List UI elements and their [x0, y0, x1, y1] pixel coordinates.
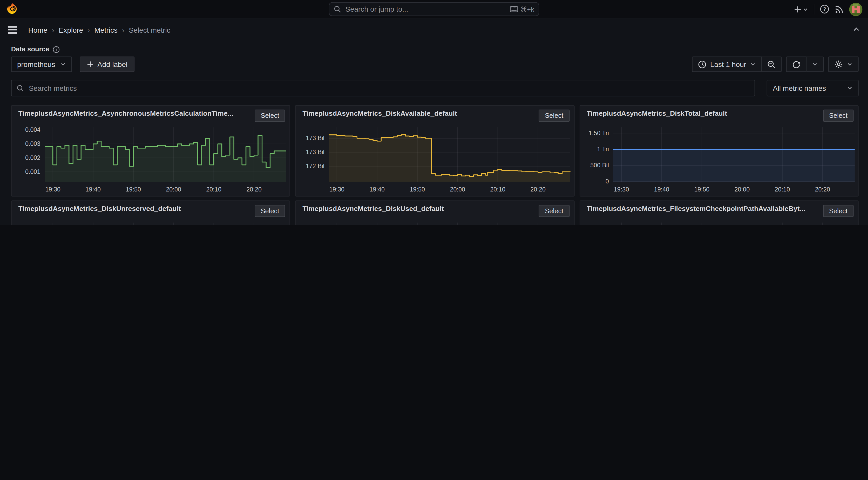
- panel-select-button-0[interactable]: Select: [255, 109, 285, 122]
- breadcrumb-row: Home › Explore › Metrics › Select metric: [0, 19, 868, 41]
- x-tick-label: 20:20: [815, 186, 830, 193]
- time-range-label: Last 1 hour: [710, 60, 746, 68]
- metric-names-filter-value: All metric names: [773, 84, 826, 92]
- search-icon: [17, 84, 24, 92]
- new-menu-button[interactable]: [794, 5, 808, 13]
- x-tick-label: 20:20: [246, 186, 261, 193]
- chevron-down-icon: [750, 62, 755, 67]
- breadcrumb-home[interactable]: Home: [28, 26, 48, 34]
- chevron-right-icon: ›: [52, 26, 54, 34]
- y-tick-label: 1.50 Tri: [588, 130, 609, 136]
- x-tick-label: 19:40: [370, 186, 385, 193]
- panel-chart: 19:3019:4019:5020:0020:1020:20822 Bil822…: [296, 219, 575, 225]
- panel-chart: 19:3019:4019:5020:0020:1020:20173 Bil173…: [296, 123, 575, 196]
- divider: [814, 4, 814, 14]
- search-icon: [334, 5, 341, 13]
- panel-select-button-5[interactable]: Select: [823, 205, 854, 217]
- y-tick-label: 0: [605, 178, 609, 185]
- info-icon[interactable]: [53, 46, 60, 53]
- breadcrumb-explore[interactable]: Explore: [59, 26, 83, 34]
- y-tick-label: 173 Bil: [306, 149, 325, 156]
- y-tick-label: 500 Bil: [590, 162, 609, 169]
- panel-header: TimeplusdAsyncMetrics_AsynchronousMetric…: [12, 106, 290, 122]
- add-label-button[interactable]: Add label: [80, 57, 135, 72]
- x-tick-label: 19:40: [654, 186, 669, 193]
- x-tick-label: 20:00: [734, 186, 750, 193]
- collapse-chevron-up-icon[interactable]: [852, 25, 860, 33]
- x-tick-label: 19:50: [126, 186, 141, 193]
- panel-chart: 19:3019:4019:5020:0020:1020:200.0040.003…: [12, 123, 290, 196]
- zoom-out-icon: [767, 60, 776, 68]
- metric-panel: TimeplusdAsyncMetrics_DiskUsed_default S…: [295, 200, 575, 225]
- chevron-down-icon: [812, 62, 818, 67]
- panel-select-button-4[interactable]: Select: [539, 205, 569, 217]
- chevron-down-icon: [60, 62, 66, 67]
- menu-toggle-icon[interactable]: [8, 26, 17, 34]
- x-tick-label: 19:40: [85, 186, 101, 193]
- x-tick-label: 20:20: [531, 186, 546, 193]
- data-source-value: prometheus: [17, 60, 55, 68]
- news-rss-button[interactable]: [835, 5, 844, 13]
- breadcrumb-metrics[interactable]: Metrics: [94, 26, 118, 34]
- user-avatar[interactable]: [849, 3, 862, 16]
- global-search-box[interactable]: ⌘+k: [329, 2, 539, 16]
- data-source-picker[interactable]: prometheus: [11, 57, 72, 72]
- zoom-out-button[interactable]: [762, 57, 782, 72]
- x-tick-label: 20:00: [450, 186, 465, 193]
- gear-icon: [834, 60, 843, 68]
- metric-search-input[interactable]: [28, 83, 750, 93]
- panel-header: TimeplusdAsyncMetrics_DiskAvailable_defa…: [296, 106, 574, 122]
- panel-header: TimeplusdAsyncMetrics_FilesystemCheckpoi…: [580, 201, 858, 217]
- panel-header: TimeplusdAsyncMetrics_DiskUsed_default S…: [296, 201, 574, 217]
- x-tick-label: 20:10: [775, 186, 790, 193]
- panel-title: TimeplusdAsyncMetrics_DiskAvailable_defa…: [302, 109, 457, 117]
- data-source-label: Data source: [11, 45, 49, 53]
- x-tick-label: 19:30: [45, 186, 60, 193]
- global-search-input[interactable]: [344, 4, 507, 14]
- chevron-down-icon: [847, 85, 852, 91]
- panel-select-button-2[interactable]: Select: [823, 109, 854, 122]
- y-tick-label: 1 Tri: [597, 146, 609, 153]
- y-tick-label: 0.002: [25, 155, 40, 161]
- refresh-interval-dropdown[interactable]: [806, 57, 824, 72]
- shortcut-label: ⌘+k: [521, 5, 534, 13]
- chevron-right-icon: ›: [88, 26, 90, 34]
- clock-icon: [698, 60, 706, 68]
- breadcrumb-select-metric: Select metric: [129, 26, 170, 34]
- panel-title: TimeplusdAsyncMetrics_DiskUsed_default: [302, 205, 444, 213]
- metric-search-box[interactable]: [11, 79, 755, 96]
- time-range-picker[interactable]: Last 1 hour: [692, 57, 762, 72]
- panel-select-button-1[interactable]: Select: [539, 109, 569, 122]
- metric-panel-grid: TimeplusdAsyncMetrics_AsynchronousMetric…: [11, 105, 859, 225]
- x-tick-label: 20:10: [206, 186, 221, 193]
- metric-names-filter[interactable]: All metric names: [767, 79, 859, 96]
- panel-title: TimeplusdAsyncMetrics_DiskTotal_default: [587, 109, 727, 117]
- data-source-label-row: Data source: [11, 45, 60, 53]
- x-tick-label: 19:50: [410, 186, 425, 193]
- grafana-logo-icon[interactable]: [7, 3, 19, 15]
- controls-row: prometheus Add label Last 1 hour: [11, 57, 859, 72]
- x-tick-label: 19:30: [614, 186, 629, 193]
- metric-panel: TimeplusdAsyncMetrics_DiskUnreserved_def…: [11, 200, 290, 225]
- chevron-down-icon: [803, 6, 808, 12]
- panel-title: TimeplusdAsyncMetrics_DiskUnreserved_def…: [18, 205, 181, 213]
- panel-select-button-3[interactable]: Select: [255, 205, 285, 217]
- plus-icon: [87, 61, 94, 68]
- metric-panel: TimeplusdAsyncMetrics_AsynchronousMetric…: [11, 105, 290, 196]
- keyboard-icon: [510, 6, 518, 12]
- panel-header: TimeplusdAsyncMetrics_DiskUnreserved_def…: [12, 201, 290, 217]
- y-tick-label: 172 Bil: [306, 163, 325, 170]
- x-tick-label: 20:00: [166, 186, 181, 193]
- panel-header: TimeplusdAsyncMetrics_DiskTotal_default …: [580, 106, 858, 122]
- panel-chart: 19:3019:4019:5020:0020:1020:201.50 Tri1 …: [580, 123, 858, 196]
- panel-title: TimeplusdAsyncMetrics_AsynchronousMetric…: [18, 109, 234, 117]
- panel-title: TimeplusdAsyncMetrics_FilesystemCheckpoi…: [587, 205, 805, 213]
- breadcrumb: Home › Explore › Metrics › Select metric: [28, 26, 170, 34]
- y-tick-label: 0.004: [25, 127, 40, 133]
- x-tick-label: 19:50: [694, 186, 709, 193]
- x-tick-label: 20:10: [490, 186, 506, 193]
- settings-button[interactable]: [828, 57, 858, 72]
- refresh-button[interactable]: [786, 57, 806, 72]
- keyboard-shortcut-hint: ⌘+k: [510, 5, 534, 13]
- help-button[interactable]: ?: [820, 4, 829, 14]
